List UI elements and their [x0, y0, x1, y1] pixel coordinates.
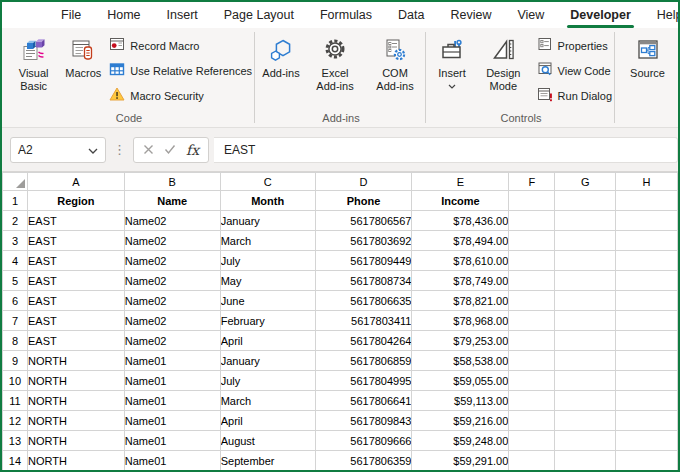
row-header-12[interactable]: 12: [3, 411, 28, 431]
cell-A6[interactable]: EAST: [27, 291, 124, 311]
enter-icon[interactable]: [164, 141, 176, 159]
view-code-button[interactable]: View Code: [537, 61, 612, 81]
cell-A13[interactable]: NORTH: [27, 431, 124, 451]
cell-E11[interactable]: $59,113.00: [412, 391, 509, 411]
column-header-B[interactable]: B: [124, 173, 220, 191]
cell-D6[interactable]: 5617806635: [315, 291, 412, 311]
cell-H1[interactable]: [616, 191, 678, 211]
cell-E5[interactable]: $78,749.00: [412, 271, 509, 291]
cell-A9[interactable]: NORTH: [27, 351, 124, 371]
tab-home[interactable]: Home: [94, 2, 153, 28]
cell-E6[interactable]: $78,821.00: [412, 291, 509, 311]
cell-G14[interactable]: [555, 451, 616, 471]
cell-B10[interactable]: Name01: [124, 371, 220, 391]
tab-developer[interactable]: Developer: [557, 2, 643, 28]
column-header-E[interactable]: E: [412, 173, 509, 191]
row-header-7[interactable]: 7: [3, 311, 28, 331]
cell-F9[interactable]: [509, 351, 555, 371]
cell-G2[interactable]: [555, 211, 616, 231]
cell-A3[interactable]: EAST: [27, 231, 124, 251]
cell-D5[interactable]: 5617808734: [315, 271, 412, 291]
column-header-G[interactable]: G: [555, 173, 616, 191]
cell-F10[interactable]: [509, 371, 555, 391]
cell-G4[interactable]: [555, 251, 616, 271]
cell-E9[interactable]: $58,538.00: [412, 351, 509, 371]
cell-F7[interactable]: [509, 311, 555, 331]
cell-A7[interactable]: EAST: [27, 311, 124, 331]
formula-input[interactable]: EAST: [214, 137, 678, 163]
cell-H9[interactable]: [616, 351, 678, 371]
cell-E8[interactable]: $79,253.00: [412, 331, 509, 351]
cell-E3[interactable]: $78,494.00: [412, 231, 509, 251]
insert-control-button[interactable]: Insert: [430, 31, 474, 89]
cell-C7[interactable]: February: [220, 311, 315, 331]
column-header-D[interactable]: D: [315, 173, 412, 191]
cell-F12[interactable]: [509, 411, 555, 431]
cell-H13[interactable]: [616, 431, 678, 451]
cell-C12[interactable]: April: [220, 411, 315, 431]
cell-G7[interactable]: [555, 311, 616, 331]
cell-E1[interactable]: Income: [412, 191, 509, 211]
visual-basic-button[interactable]: Visual Basic: [6, 31, 61, 93]
row-header-3[interactable]: 3: [3, 231, 28, 251]
cancel-icon[interactable]: [143, 141, 154, 159]
row-header-9[interactable]: 9: [3, 351, 28, 371]
cell-F1[interactable]: [509, 191, 555, 211]
cell-A1[interactable]: Region: [27, 191, 124, 211]
row-header-1[interactable]: 1: [3, 191, 28, 211]
tab-formulas[interactable]: Formulas: [307, 2, 385, 28]
cell-E14[interactable]: $59,291.00: [412, 451, 509, 471]
cell-H8[interactable]: [616, 331, 678, 351]
tab-data[interactable]: Data: [385, 2, 437, 28]
tab-file[interactable]: File: [48, 2, 94, 28]
row-header-5[interactable]: 5: [3, 271, 28, 291]
cell-A8[interactable]: EAST: [27, 331, 124, 351]
cell-C8[interactable]: April: [220, 331, 315, 351]
cell-B14[interactable]: Name01: [124, 451, 220, 471]
cell-F4[interactable]: [509, 251, 555, 271]
cell-D4[interactable]: 5617809449: [315, 251, 412, 271]
name-box[interactable]: A2: [10, 137, 106, 163]
cell-A5[interactable]: EAST: [27, 271, 124, 291]
cell-F13[interactable]: [509, 431, 555, 451]
tab-insert[interactable]: Insert: [154, 2, 211, 28]
cell-D3[interactable]: 5617803692: [315, 231, 412, 251]
tab-view[interactable]: View: [504, 2, 557, 28]
cell-B9[interactable]: Name01: [124, 351, 220, 371]
cell-C1[interactable]: Month: [220, 191, 315, 211]
cell-F8[interactable]: [509, 331, 555, 351]
column-header-C[interactable]: C: [220, 173, 315, 191]
addins-button[interactable]: Add-ins: [259, 31, 303, 80]
cell-B13[interactable]: Name01: [124, 431, 220, 451]
column-header-H[interactable]: H: [616, 173, 678, 191]
cell-G13[interactable]: [555, 431, 616, 451]
com-addins-button[interactable]: COM Add-ins: [367, 31, 423, 93]
tab-review[interactable]: Review: [437, 2, 504, 28]
cell-E10[interactable]: $59,055.00: [412, 371, 509, 391]
cell-C9[interactable]: January: [220, 351, 315, 371]
cell-F3[interactable]: [509, 231, 555, 251]
cell-D8[interactable]: 5617804264: [315, 331, 412, 351]
cell-C14[interactable]: September: [220, 451, 315, 471]
row-header-2[interactable]: 2: [3, 211, 28, 231]
cell-D14[interactable]: 5617806359: [315, 451, 412, 471]
cell-B4[interactable]: Name02: [124, 251, 220, 271]
cell-D12[interactable]: 5617809843: [315, 411, 412, 431]
cell-H2[interactable]: [616, 211, 678, 231]
cell-D11[interactable]: 5617806641: [315, 391, 412, 411]
cell-A4[interactable]: EAST: [27, 251, 124, 271]
run-dialog-button[interactable]: Run Dialog: [537, 86, 612, 106]
cell-C3[interactable]: March: [220, 231, 315, 251]
cell-F5[interactable]: [509, 271, 555, 291]
column-header-F[interactable]: F: [509, 173, 555, 191]
excel-addins-button[interactable]: Excel Add-ins: [307, 31, 363, 93]
cell-H14[interactable]: [616, 451, 678, 471]
cell-F14[interactable]: [509, 451, 555, 471]
properties-button[interactable]: Properties: [537, 36, 612, 56]
tab-page-layout[interactable]: Page Layout: [211, 2, 307, 28]
row-header-10[interactable]: 10: [3, 371, 28, 391]
row-header-8[interactable]: 8: [3, 331, 28, 351]
cell-F2[interactable]: [509, 211, 555, 231]
cell-A10[interactable]: NORTH: [27, 371, 124, 391]
cell-E7[interactable]: $78,968.00: [412, 311, 509, 331]
